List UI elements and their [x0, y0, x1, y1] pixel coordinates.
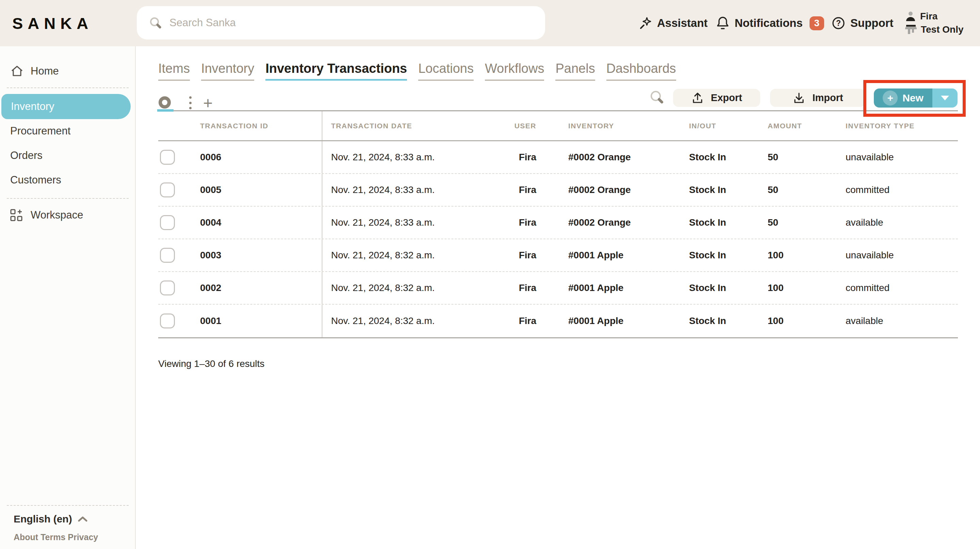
cell-transaction-date: Nov. 21, 2024, 8:32 a.m. — [321, 305, 492, 337]
cell-amount: 50 — [768, 141, 846, 173]
sidebar-item-procurement[interactable]: Procurement — [0, 122, 136, 140]
row-checkbox[interactable] — [160, 313, 175, 328]
plus-icon: + — [883, 91, 898, 105]
new-label: New — [902, 92, 924, 104]
global-search[interactable] — [137, 6, 545, 40]
sidebar-item-label: Customers — [10, 174, 61, 186]
cell-transaction-date: Nov. 21, 2024, 8:33 a.m. — [321, 207, 492, 239]
sidebar-item-orders[interactable]: Orders — [0, 147, 136, 164]
tab-items[interactable]: Items — [158, 61, 190, 81]
table-body: 0006 Nov. 21, 2024, 8:33 a.m. Fira #0002… — [158, 141, 958, 337]
notifications-label: Notifications — [735, 17, 803, 30]
row-checkbox-cell — [158, 141, 200, 173]
tab-dashboards[interactable]: Dashboards — [606, 61, 676, 81]
row-checkbox-cell — [158, 207, 200, 239]
sidebar-item-label: Orders — [10, 150, 43, 162]
header-transaction-date[interactable]: TRANSACTION DATE — [321, 111, 492, 140]
sidebar-item-customers[interactable]: Customers — [0, 171, 136, 189]
cell-inventory[interactable]: #0001 Apple — [536, 305, 687, 337]
language-selector[interactable]: English (en) — [14, 513, 88, 525]
assistant-button[interactable]: Assistant — [639, 0, 708, 46]
support-button[interactable]: ? Support — [831, 0, 893, 46]
tab-panels[interactable]: Panels — [555, 61, 595, 81]
cell-transaction-date: Nov. 21, 2024, 8:33 a.m. — [321, 141, 492, 173]
table-row: 0006 Nov. 21, 2024, 8:33 a.m. Fira #0002… — [158, 141, 958, 174]
cell-inout: Stock In — [687, 239, 768, 271]
header-user[interactable]: USER — [492, 111, 536, 140]
row-checkbox[interactable] — [160, 183, 175, 197]
new-split-button: + New — [874, 89, 958, 108]
view-options-menu[interactable] — [188, 96, 192, 109]
module-tabs: Items Inventory Inventory Transactions L… — [158, 61, 676, 81]
cell-transaction-id[interactable]: 0002 — [200, 272, 321, 304]
tab-inventory[interactable]: Inventory — [201, 61, 254, 81]
cell-inventory[interactable]: #0002 Orange — [536, 141, 687, 173]
row-checkbox[interactable] — [160, 248, 175, 263]
table-search-icon[interactable] — [649, 90, 665, 105]
tab-locations[interactable]: Locations — [418, 61, 474, 81]
brand-logo[interactable]: SANKA — [12, 0, 93, 46]
export-label: Export — [711, 92, 742, 103]
cell-amount: 50 — [768, 174, 846, 206]
workspace-name: Test Only — [921, 24, 964, 35]
cell-user: Fira — [492, 305, 536, 337]
topbar: SANKA Assistant — [0, 0, 980, 46]
cell-inventory-type: available — [846, 207, 958, 239]
sidebar-item-label: Procurement — [10, 125, 70, 137]
storefront-icon — [905, 24, 917, 35]
account-menu[interactable]: Fira Test Only — [905, 0, 964, 46]
cell-transaction-date: Nov. 21, 2024, 8:32 a.m. — [321, 239, 492, 271]
cell-transaction-id[interactable]: 0001 — [200, 305, 321, 337]
header-amount[interactable]: AMOUNT — [768, 111, 846, 140]
cell-transaction-id[interactable]: 0003 — [200, 239, 321, 271]
new-button[interactable]: + New — [874, 89, 932, 108]
sidebar-item-home[interactable]: Home — [0, 62, 136, 80]
cell-inventory-type: unavailable — [846, 141, 958, 173]
workspace-row: Test Only — [905, 24, 964, 35]
cell-user: Fira — [492, 272, 536, 304]
header-inout[interactable]: IN/OUT — [687, 111, 768, 140]
row-checkbox-cell — [158, 305, 200, 337]
header-inventory-type[interactable]: INVENTORY TYPE — [846, 111, 958, 140]
sidebar-item-workspace[interactable]: Workspace — [0, 206, 136, 224]
import-button[interactable]: Import — [770, 89, 865, 107]
wand-icon — [639, 16, 652, 30]
sidebar-divider — [7, 198, 129, 199]
sidebar-item-inventory[interactable]: Inventory — [2, 94, 130, 119]
import-label: Import — [812, 92, 843, 103]
add-view-button[interactable]: + — [198, 93, 218, 112]
cell-transaction-id[interactable]: 0004 — [200, 207, 321, 239]
cell-amount: 50 — [768, 207, 846, 239]
cell-inout: Stock In — [687, 272, 768, 304]
header-inventory[interactable]: INVENTORY — [536, 111, 687, 140]
row-checkbox-cell — [158, 174, 200, 206]
tab-workflows[interactable]: Workflows — [485, 61, 544, 81]
cell-inventory[interactable]: #0002 Orange — [536, 207, 687, 239]
cell-user: Fira — [492, 239, 536, 271]
cell-inventory[interactable]: #0002 Orange — [536, 174, 687, 206]
tab-inventory-transactions[interactable]: Inventory Transactions — [266, 61, 407, 81]
row-checkbox[interactable] — [160, 150, 175, 165]
bell-icon — [716, 16, 730, 31]
legal-links[interactable]: About Terms Privacy — [14, 532, 98, 542]
cell-transaction-date: Nov. 21, 2024, 8:32 a.m. — [321, 272, 492, 304]
row-checkbox[interactable] — [160, 280, 175, 296]
results-summary: Viewing 1–30 of 6 results — [158, 358, 264, 369]
view-circle-icon[interactable] — [159, 96, 171, 108]
cell-transaction-id[interactable]: 0005 — [200, 174, 321, 206]
new-dropdown-button[interactable] — [932, 89, 958, 108]
search-input[interactable] — [169, 17, 510, 29]
table-row: 0005 Nov. 21, 2024, 8:33 a.m. Fira #0002… — [158, 174, 958, 207]
app-window: SANKA Assistant — [0, 0, 980, 549]
header-transaction-id[interactable]: TRANSACTION ID — [200, 111, 321, 140]
row-checkbox[interactable] — [160, 215, 175, 230]
export-button[interactable]: Export — [673, 89, 760, 107]
row-checkbox-cell — [158, 272, 200, 304]
cell-inventory[interactable]: #0001 Apple — [536, 239, 687, 271]
cell-transaction-id[interactable]: 0006 — [200, 141, 321, 173]
notifications-badge: 3 — [810, 16, 824, 30]
cell-amount: 100 — [768, 305, 846, 337]
language-label: English (en) — [14, 513, 72, 525]
notifications-button[interactable]: Notifications 3 — [716, 0, 824, 46]
cell-inventory[interactable]: #0001 Apple — [536, 272, 687, 304]
